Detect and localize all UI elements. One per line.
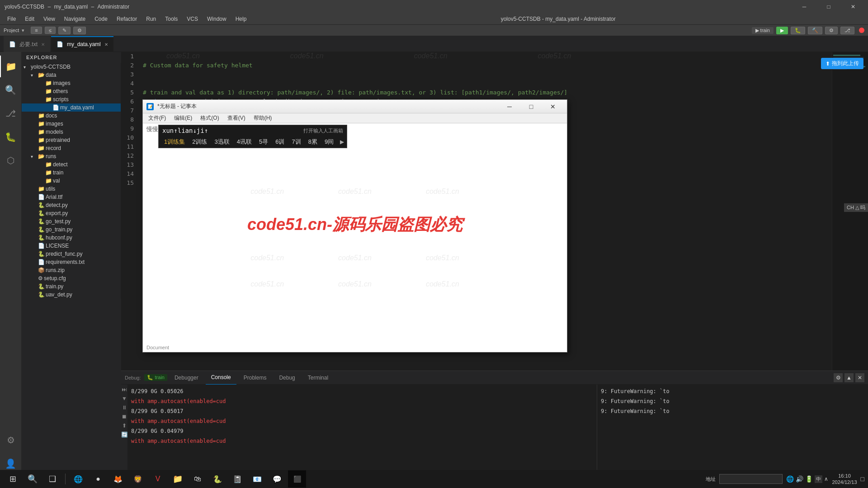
- tab-problems[interactable]: Problems: [238, 371, 272, 385]
- debug-sidebar-icon-6[interactable]: 🔄: [121, 432, 128, 438]
- debug-sidebar-icon-3[interactable]: ⏸: [122, 404, 127, 411]
- tree-item-trainpy[interactable]: 🐍 train.py: [22, 282, 121, 291]
- activity-extensions[interactable]: ⬡: [0, 150, 22, 171]
- ime-candidate-4[interactable]: 4讯联: [234, 137, 255, 147]
- menu-window[interactable]: Window: [203, 15, 230, 23]
- tree-item-runszip[interactable]: 📦 runs.zip: [22, 266, 121, 274]
- build-button[interactable]: 🔨: [808, 27, 822, 34]
- tree-item-others[interactable]: 📁 others: [22, 87, 121, 95]
- minimize-button[interactable]: ─: [794, 0, 815, 14]
- tree-item-data[interactable]: ▾ 📂 data: [22, 71, 121, 79]
- debug-ctrl-1[interactable]: ⚙: [834, 373, 843, 382]
- ime-candidate-8[interactable]: 8累: [306, 137, 320, 147]
- toolbar-btn-1[interactable]: ≡: [31, 27, 42, 34]
- tree-item-hubconfpy[interactable]: 🐍 hubconf.py: [22, 234, 121, 242]
- ime-candidate-1[interactable]: 1训练集: [161, 137, 188, 147]
- debug-train-badge[interactable]: 🐛 train: [144, 374, 167, 381]
- tree-item-val[interactable]: 📁 val: [22, 177, 121, 185]
- tab-mydatayaml[interactable]: 📄 my_data.yaml ✕: [51, 36, 113, 52]
- notepad-minimize[interactable]: ─: [499, 100, 520, 113]
- sys-icon-expand[interactable]: ∧: [824, 476, 828, 482]
- tree-item-record[interactable]: 📁 record: [22, 144, 121, 152]
- taskbar-taskview[interactable]: ❑: [43, 470, 61, 488]
- taskbar-search[interactable]: 🔍: [24, 470, 42, 488]
- taskbar-firefox[interactable]: 🦊: [109, 470, 127, 488]
- tree-item-uavdetpy[interactable]: 🐍 uav_det.py: [22, 291, 121, 299]
- tree-item-reqtxt[interactable]: 📄 requirements.txt: [22, 258, 121, 266]
- train-badge[interactable]: ▶ train: [752, 27, 774, 34]
- activity-debug[interactable]: 🐛: [0, 126, 22, 148]
- taskbar-windows[interactable]: ⊞: [4, 470, 22, 488]
- maximize-button[interactable]: □: [818, 0, 839, 14]
- ime-candidate-2[interactable]: 2训练: [189, 137, 210, 147]
- activity-git[interactable]: ⎇: [0, 103, 22, 124]
- sys-icon-battery[interactable]: 🔋: [805, 475, 813, 483]
- debug-ctrl-3[interactable]: ✕: [855, 373, 864, 382]
- toolbar-btn-4[interactable]: ⚙: [73, 27, 86, 34]
- tree-item-pretrained[interactable]: 📁 pretrained: [22, 136, 121, 144]
- run-button[interactable]: ▶: [776, 27, 788, 34]
- ime-candidate-6[interactable]: 6训: [273, 137, 287, 147]
- tree-item-gotestpy[interactable]: 🐍 go_test.py: [22, 217, 121, 225]
- taskbar-outlook[interactable]: 📧: [248, 470, 266, 488]
- tree-item-predictpy[interactable]: 🐍 predict_func.py: [22, 250, 121, 258]
- taskbar-chrome[interactable]: ●: [89, 470, 107, 488]
- activity-search[interactable]: 🔍: [0, 79, 22, 101]
- menu-refactor[interactable]: Refactor: [113, 15, 141, 23]
- tree-item-images-root[interactable]: 📁 images: [22, 120, 121, 128]
- settings-button[interactable]: ⚙: [825, 27, 838, 34]
- notification-icon[interactable]: □: [861, 475, 864, 483]
- tree-item-models[interactable]: 📁 models: [22, 128, 121, 136]
- tree-item-train-sub[interactable]: 📁 train: [22, 169, 121, 177]
- ime-candidate-9[interactable]: 9间: [322, 137, 336, 147]
- menu-vcs[interactable]: VCS: [183, 15, 202, 23]
- sys-icon-keyboard[interactable]: 中: [815, 475, 822, 483]
- sys-icon-speaker[interactable]: 🔊: [796, 475, 803, 483]
- taskbar-folder[interactable]: 📁: [169, 470, 187, 488]
- notepad-close[interactable]: ✕: [542, 100, 563, 113]
- tree-item-setupcfg[interactable]: ⚙ setup.cfg: [22, 274, 121, 282]
- ime-next-arrow[interactable]: ▶: [340, 139, 344, 145]
- tree-item-docs[interactable]: 📁 docs: [22, 112, 121, 120]
- taskbar-brave[interactable]: 🦁: [129, 470, 147, 488]
- ime-candidate-5[interactable]: 5寻: [256, 137, 271, 147]
- tab-close-2[interactable]: ✕: [104, 42, 108, 47]
- taskbar-address-input[interactable]: [719, 474, 783, 484]
- tree-item-utils[interactable]: 📁 utils: [22, 185, 121, 193]
- menu-view[interactable]: View: [40, 15, 59, 23]
- np-menu-edit[interactable]: 编辑(E): [170, 113, 196, 123]
- tab-console-debug[interactable]: Console: [206, 371, 236, 385]
- ime-open-button[interactable]: 打开输入人工画箱: [303, 127, 343, 134]
- taskbar-clock[interactable]: 16:10 2024/12/13: [832, 473, 857, 486]
- debug-sidebar-icon-5[interactable]: ⬆: [122, 422, 127, 429]
- tree-item-gotrainpy[interactable]: 🐍 go_train.py: [22, 225, 121, 234]
- activity-explorer[interactable]: 📁: [0, 56, 22, 77]
- taskbar-cmd[interactable]: ⬛: [288, 470, 306, 488]
- taskbar-jupyter[interactable]: 📓: [228, 470, 246, 488]
- tab-debugger[interactable]: Debugger: [169, 371, 204, 385]
- activity-settings[interactable]: ⚙: [0, 429, 22, 451]
- tab-close-1[interactable]: ✕: [41, 42, 45, 47]
- np-menu-view[interactable]: 查看(V): [224, 113, 249, 123]
- np-menu-file[interactable]: 文件(F): [145, 113, 170, 123]
- debug-button[interactable]: 🐛: [791, 27, 805, 34]
- tree-item-arial[interactable]: 📄 Arial.ttf: [22, 193, 121, 201]
- tree-item-license[interactable]: 📄 LICENSE: [22, 242, 121, 250]
- menu-file[interactable]: File: [4, 15, 19, 23]
- tree-item-images[interactable]: 📁 images: [22, 79, 121, 87]
- tree-item-scripts[interactable]: 📁 scripts: [22, 95, 121, 103]
- tab-terminal[interactable]: Terminal: [302, 371, 334, 385]
- tree-root[interactable]: ▾ yolov5-CCTSDB: [22, 63, 121, 71]
- git-button[interactable]: ⎇: [840, 27, 854, 34]
- debug-ctrl-2[interactable]: ▲: [844, 373, 854, 382]
- menu-navigate[interactable]: Navigate: [61, 15, 89, 23]
- menu-tools[interactable]: Tools: [161, 15, 181, 23]
- tab-debug[interactable]: Debug: [274, 371, 300, 385]
- menu-help[interactable]: Help: [232, 15, 250, 23]
- tree-item-detect[interactable]: 📁 detect: [22, 160, 121, 169]
- debug-sidebar-icon-1[interactable]: ⏭: [122, 386, 127, 393]
- debug-sidebar-icon-2[interactable]: ▼: [122, 395, 127, 402]
- tree-item-mydatayaml[interactable]: 📄 my_data.yaml: [22, 103, 121, 112]
- sys-icon-network[interactable]: 🌐: [786, 475, 794, 483]
- toolbar-btn-2[interactable]: ≤: [45, 27, 56, 34]
